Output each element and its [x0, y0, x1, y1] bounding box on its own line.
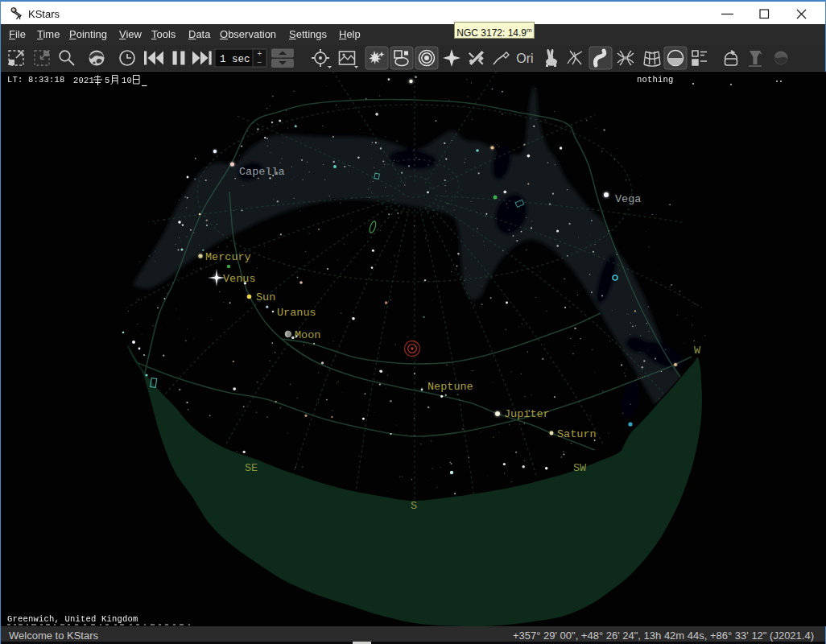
svg-text:Jupiter: Jupiter — [504, 408, 550, 420]
svg-text:Vega: Vega — [615, 193, 641, 205]
svg-text:Ori: Ori — [516, 52, 533, 65]
svg-text:2021: 2021 — [73, 76, 94, 85]
svg-text:Venus: Venus — [223, 273, 256, 285]
svg-text:S: S — [411, 500, 417, 512]
svg-text:5: 5 — [105, 76, 110, 85]
svg-text:Capella: Capella — [239, 166, 285, 178]
svg-text:SW: SW — [573, 462, 587, 474]
svg-text:Saturn: Saturn — [557, 428, 597, 440]
svg-text:Mercury: Mercury — [205, 251, 251, 263]
svg-text:Sun: Sun — [256, 291, 275, 303]
svg-text:W: W — [694, 345, 701, 357]
svg-text:Neptune: Neptune — [427, 381, 473, 393]
svg-text:Moon: Moon — [295, 329, 320, 341]
svg-text:+: + — [258, 49, 262, 58]
svg-text:SE: SE — [245, 462, 258, 474]
svg-text:10: 10 — [122, 76, 132, 85]
svg-text:1 sec: 1 sec — [220, 54, 250, 65]
svg-text:−: − — [258, 58, 262, 67]
svg-text:Uranus: Uranus — [277, 307, 316, 319]
